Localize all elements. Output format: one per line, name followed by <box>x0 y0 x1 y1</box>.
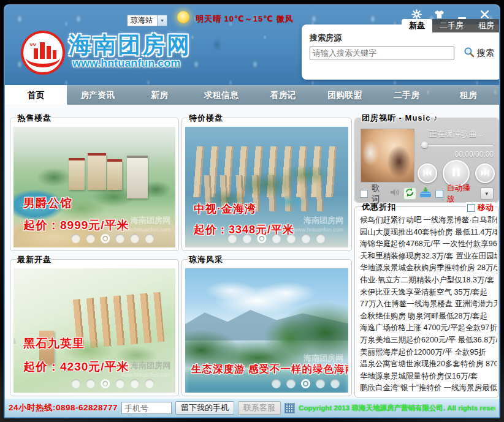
deal-item[interactable]: 华地源泉景城金秋购房季推特价房 28万/套 <box>360 262 497 274</box>
scenery-carousel[interactable]: 生态深度游 感受不一样的绿色海南 海南团房网www.hntuanfun.com <box>185 268 348 393</box>
carousel-dot[interactable] <box>301 234 310 243</box>
bird-icon: ᵛᵛ <box>30 42 36 48</box>
logo-building-bar <box>47 46 51 59</box>
deal-item[interactable]: 来伊比亚天逸享受清新空气 35万/套起 <box>360 287 497 299</box>
site-logo[interactable]: ᵛᵛ <box>21 31 65 75</box>
carousel-dot[interactable] <box>272 234 281 243</box>
nav-rent[interactable]: 租房 <box>437 85 499 105</box>
deals-scroll-toggle: 移动 <box>466 202 495 213</box>
carousel-dots <box>71 379 154 388</box>
nav-secondhand[interactable]: 二手房 <box>376 85 438 105</box>
carousel-dot[interactable] <box>316 379 325 388</box>
carousel-dot[interactable] <box>301 379 310 388</box>
search-panel: 新盘 二手房 租房 搜索房源 搜索 <box>302 24 500 80</box>
site-url[interactable]: www.hntuanfun.com <box>72 57 180 70</box>
scenery-title: 琼海风采 <box>187 254 225 265</box>
player-controls: 歌词 自动播放 ▼ <box>360 187 494 200</box>
search-input[interactable] <box>310 47 454 59</box>
search-button[interactable]: 搜索 <box>464 47 494 60</box>
search-tabs: 新盘 二手房 租房 <box>402 19 500 32</box>
refresh-button[interactable] <box>404 188 416 199</box>
deals-card: 优惠折扣 移动 候鸟们赶紧行动吧 一线海景博鳌·白马郡仅园山大厦现推出40套特价… <box>354 206 499 398</box>
carousel-dot[interactable] <box>272 379 281 388</box>
weather-text: 明天晴 10℃～15℃ 微风 <box>196 13 294 24</box>
deal-item[interactable]: 77万入住博鳌一线海景楼盘 亚洲湾潜力无限 <box>360 298 497 311</box>
listing-name: 中视·金海湾 <box>194 202 256 216</box>
carousel-dot[interactable] <box>71 234 80 243</box>
carousel-dot[interactable] <box>286 234 296 243</box>
carousel-dot[interactable] <box>101 234 110 243</box>
phone-input[interactable] <box>121 402 172 414</box>
deal-item[interactable]: 鹏欣白金湾“银十”推特价 一线海景房最低 <box>360 382 497 394</box>
carousel-dot[interactable] <box>145 234 154 243</box>
carousel-dot[interactable] <box>257 234 266 243</box>
autoplay-label[interactable]: 自动播放 <box>447 183 476 205</box>
carousel-dot[interactable] <box>71 379 80 388</box>
search-tab-new[interactable]: 新盘 <box>402 19 432 32</box>
deal-item[interactable]: 金秋绝佳购房 吻泉河畔最低28万/套起 <box>360 311 497 323</box>
nav-viewing-log[interactable]: 看房记 <box>252 85 314 105</box>
deal-item[interactable]: 万泉美地三期起价6200元/平 最低36.8万/套 <box>360 334 497 347</box>
share-mail-button[interactable] <box>419 188 432 199</box>
playlist-dropdown-button[interactable]: ▼ <box>480 187 494 200</box>
progress-knob[interactable] <box>421 141 428 148</box>
carousel-dot[interactable] <box>86 379 95 388</box>
deal-item[interactable]: 海逸广场价格上涨 4700元/平起全款97折 <box>360 322 497 334</box>
carousel-dot[interactable] <box>130 379 139 388</box>
submit-phone-button[interactable]: 留下我的手机 <box>175 401 234 415</box>
search-icon <box>464 47 475 60</box>
deal-item[interactable]: 华地源泉景城限量特价房仅16万/套 <box>360 371 497 383</box>
special-price-card: 特价楼盘 中视·金海湾 起价：3348元/平米 海南团房网www.hntuanf… <box>181 118 352 251</box>
site-title[interactable]: 海南团房网 <box>69 30 191 61</box>
deal-item[interactable]: 伟业·氧立方二期精装小户型仅18.3万/套 <box>360 274 497 287</box>
special-price-carousel[interactable]: 中视·金海湾 起价：3348元/平米 海南团房网www.hntuanfun.co… <box>185 127 348 247</box>
nav-newhouse[interactable]: 新房 <box>129 85 191 105</box>
search-button-label: 搜索 <box>477 48 494 59</box>
nav-rent-info[interactable]: 求租信息 <box>190 85 252 105</box>
carousel-dots <box>71 234 154 243</box>
carousel-dot[interactable] <box>145 379 154 388</box>
nav-news[interactable]: 房产资讯 <box>67 85 129 105</box>
deal-item[interactable]: 天和里精装修现房32.3万/套 置业在田园城市 <box>360 251 497 263</box>
carousel-dot[interactable] <box>242 234 251 243</box>
carousel-dot[interactable] <box>115 379 124 388</box>
search-tab-rent[interactable]: 租房 <box>471 19 500 32</box>
sun-weather-icon <box>177 11 189 23</box>
nav-home[interactable]: 首页 <box>5 85 67 105</box>
deal-item[interactable]: 温泉公寓官塘世家现推20多套特价房 8700元 <box>360 358 497 371</box>
carousel-dot[interactable] <box>86 234 95 243</box>
scroll-checkbox[interactable] <box>467 204 475 212</box>
deal-item[interactable]: 园山大厦现推出40套特价房 最低11.4万/套 <box>360 227 497 239</box>
city-station-select[interactable]: 琼海站 ▼ <box>127 15 167 26</box>
carousel-dot[interactable] <box>227 234 237 243</box>
carousel-dot[interactable] <box>115 234 124 243</box>
carousel-dot[interactable] <box>316 234 325 243</box>
next-track-button[interactable] <box>475 164 495 183</box>
deal-item[interactable]: 海锦华庭起价4768元/平 一次性付款享96折 <box>360 238 497 251</box>
deal-item[interactable]: 候鸟们赶紧行动吧 一线海景博鳌·白马郡仅 <box>360 214 497 227</box>
autoplay-checkbox[interactable] <box>435 190 443 198</box>
carousel-dot[interactable] <box>330 379 340 388</box>
deal-item[interactable]: 美丽熙海岸起价12000万/平 全款95折 <box>360 347 497 359</box>
progress-bar[interactable] <box>420 144 494 146</box>
search-tab-secondhand[interactable]: 二手房 <box>432 19 471 32</box>
city-station-value: 琼海站 <box>128 15 157 26</box>
deal-list: 候鸟们赶紧行动吧 一线海景博鳌·白马郡仅园山大厦现推出40套特价房 最低11.4… <box>360 214 497 394</box>
speaker-icon[interactable] <box>390 188 400 199</box>
contact-support-button[interactable]: 联系客服 <box>238 401 281 415</box>
lyrics-checkbox[interactable] <box>360 190 368 198</box>
carousel-dot[interactable] <box>101 379 110 388</box>
newest-openings-carousel[interactable]: 黑石九英里 起价：4230元/平米 海南团房网www.hntuanfun.com <box>13 268 175 393</box>
nav-group-buy[interactable]: 团购联盟 <box>314 85 376 105</box>
app-window: 琼海站 ▼ 明天晴 10℃～15℃ 微风 ᵛᵛ 海南团房网 www.hntuan… <box>4 4 500 418</box>
listing-price: 起价：8999元/平米 <box>23 217 129 233</box>
deals-title: 优惠折扣 <box>360 202 398 213</box>
hot-sales-carousel[interactable]: 男爵公馆 起价：8999元/平米 海南团房网www.hntuanfun.com <box>13 127 175 247</box>
carousel-dot[interactable] <box>130 234 139 243</box>
scroll-label[interactable]: 移动 <box>478 202 494 213</box>
qr-code-icon[interactable] <box>284 403 295 413</box>
previous-track-button[interactable] <box>418 164 437 183</box>
chevron-down-icon: ▼ <box>157 15 167 26</box>
scenery-card: 琼海风采 生态深度游 感受不一样的绿色海南 海南团房网www.hntuanfun… <box>181 259 352 396</box>
carousel-dot[interactable] <box>286 379 296 388</box>
